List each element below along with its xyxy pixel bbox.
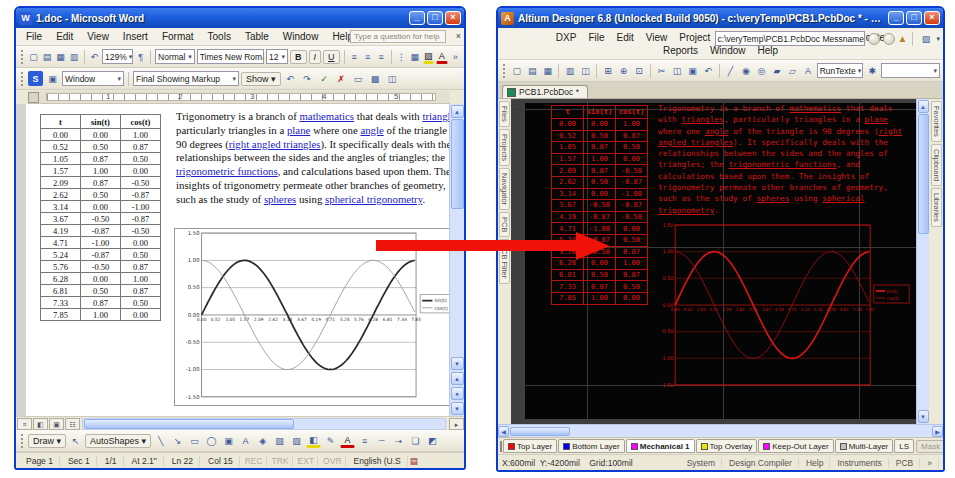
tab-pcb1-pcbdoc[interactable]: PCB1.PcbDoc * [502, 85, 588, 98]
menu-project[interactable]: Project [673, 31, 716, 44]
hyperlink[interactable]: triangles [422, 110, 449, 122]
threed-style-icon[interactable]: ◩ [425, 433, 440, 448]
menubar-close-icon[interactable]: × [456, 31, 461, 41]
place-via-icon[interactable]: ◎ [755, 63, 769, 78]
menu-format[interactable]: Format [156, 30, 200, 43]
altium-titlebar[interactable]: A Altium Designer 6.8 (Unlocked Build 90… [498, 8, 943, 28]
pcb-canvas[interactable]: tsin(t)cos(t)0.000.001.000.520.500.871.0… [511, 99, 916, 424]
new-document-icon[interactable]: ▢ [510, 63, 524, 78]
menu-dxp[interactable]: DXP [550, 31, 583, 44]
open-icon[interactable]: ▤ [41, 49, 53, 64]
hyperlink[interactable]: trigonometric functions [728, 160, 836, 169]
tab-selector-icon[interactable] [28, 92, 39, 103]
font-color-2-icon[interactable]: A [340, 433, 355, 448]
word-horizontal-scrollbar[interactable] [82, 418, 446, 430]
status-button-pcb[interactable]: PCB [890, 458, 920, 468]
blank-select[interactable]: ▾ [881, 63, 940, 78]
print-icon[interactable]: ▥ [563, 63, 577, 78]
underline-button[interactable]: U [323, 50, 340, 64]
forward-button[interactable] [883, 33, 895, 45]
minimize-button[interactable]: _ [888, 11, 904, 25]
hyperlink[interactable]: angle [360, 124, 383, 136]
status-button-design-compiler[interactable]: Design Compiler [723, 458, 799, 468]
rectangle-icon[interactable]: ▭ [187, 433, 202, 448]
menu-insert[interactable]: Insert [117, 30, 154, 43]
word-titlebar[interactable]: W 1.doc - Microsoft Word _ □ × [16, 8, 464, 28]
menu-file[interactable]: File [20, 30, 48, 43]
line-style-icon[interactable]: ≡ [357, 433, 372, 448]
hyperlink[interactable]: mathematics [789, 104, 841, 113]
hyperlink[interactable]: mathematics [299, 110, 354, 122]
print-layout-view-button[interactable]: ▣ [49, 418, 64, 430]
select-objects-icon[interactable]: ↖ [68, 433, 83, 448]
hyperlink[interactable]: right angled triangles [229, 138, 321, 150]
document-path-select[interactable]: c:\veryTemp\PCB1.PcbDoc Messname *▾ [715, 31, 865, 46]
italic-button[interactable]: I [309, 50, 322, 64]
close-button[interactable]: × [924, 11, 940, 25]
place-pad-icon[interactable]: ◉ [739, 63, 753, 78]
copy-icon[interactable]: ◫ [670, 63, 684, 78]
hscroll-right-icon[interactable]: ▸ [449, 418, 464, 430]
new-document-icon[interactable]: ▢ [28, 49, 40, 64]
save-icon[interactable]: ▦ [541, 63, 555, 78]
pcb-sin-cos-chart[interactable]: 1.501.000.500.00-0.50-1.00-1.500.000.521… [651, 221, 911, 393]
word-vertical-scrollbar[interactable]: ▲ ▼ ▲ ● ▼ [449, 104, 464, 416]
panel-tab-files[interactable]: Files [499, 101, 510, 127]
status-button-help[interactable]: Help [800, 458, 830, 468]
dash-style-icon[interactable]: ┄ [374, 433, 389, 448]
outline-view-button[interactable]: ☷ [65, 418, 80, 430]
back-button[interactable] [868, 33, 880, 45]
track-changes-icon[interactable]: ▩ [368, 71, 383, 86]
menu-view[interactable]: View [81, 30, 115, 43]
snagit-frame-icon[interactable]: ▣ [45, 71, 60, 86]
text-box-icon[interactable]: ▣ [221, 433, 236, 448]
hyperlink[interactable]: spherical trigonometry [325, 193, 422, 205]
scroll-right-icon[interactable]: ▶ [932, 426, 943, 437]
align-left-icon[interactable]: ≡ [348, 49, 360, 64]
clip-art-icon[interactable]: ▧ [272, 433, 287, 448]
open-icon[interactable]: ▤ [525, 63, 539, 78]
word-data-table[interactable]: tsin(t)cos(t)0.000.001.000.520.500.871.0… [40, 114, 161, 321]
reject-change-icon[interactable]: ✗ [334, 71, 349, 86]
status-flag-rec[interactable]: REC [242, 456, 267, 466]
autoshapes-menu-button[interactable]: AutoShapes ▾ [85, 434, 151, 448]
previous-change-icon[interactable]: ↶ [283, 71, 298, 86]
web-layout-view-button[interactable]: ◧ [33, 418, 48, 430]
altium-vertical-scrollbar[interactable]: ▲ ▼ [916, 99, 929, 424]
layer-tab-mechanical-1[interactable]: Mechanical 1 [626, 439, 695, 453]
pcb-data-table[interactable]: tsin(t)cos(t)0.000.001.000.520.500.871.0… [551, 105, 648, 305]
fill-color-icon[interactable]: ◧ [306, 433, 321, 448]
line-color-icon[interactable]: ✎ [323, 433, 338, 448]
overflow-chevron-icon[interactable]: » [450, 49, 462, 64]
font-size-select[interactable]: 12▾ [266, 49, 288, 64]
scroll-thumb[interactable] [451, 119, 464, 209]
outside-border-icon[interactable]: ▦ [409, 49, 421, 64]
wordart-icon[interactable]: A [238, 433, 253, 448]
panel-tab-navigator[interactable]: Navigator [499, 168, 510, 210]
horizontal-ruler[interactable]: 12345 [28, 91, 450, 104]
highlight-icon[interactable]: ▧ [423, 49, 435, 64]
align-center-icon[interactable]: ≡ [362, 49, 374, 64]
pcb-paragraph[interactable]: Trigonometry is a branch of mathematics … [658, 103, 910, 216]
zoom-in-icon[interactable]: ⊕ [617, 63, 631, 78]
show-menu-button[interactable]: Show ▾ [241, 72, 281, 86]
customize-icon[interactable]: ▨ [918, 31, 933, 46]
draw-menu-button[interactable]: Draw ▾ [28, 434, 66, 448]
scroll-left-icon[interactable]: ◀ [498, 426, 509, 437]
menu-tools[interactable]: Tools [202, 30, 237, 43]
hscroll-thumb[interactable] [510, 427, 570, 436]
help-question-input[interactable]: Type a question for help [350, 30, 446, 43]
layer-tab-top-overlay[interactable]: Top Overlay [696, 439, 758, 453]
undo-icon[interactable]: ↶ [88, 49, 100, 64]
display-for-review-select[interactable]: Final Showing Markup▾ [133, 71, 239, 86]
minimize-button[interactable]: _ [409, 11, 425, 25]
layer-tab-multi-layer[interactable]: Multi-Layer [835, 439, 894, 453]
snagit-window-select[interactable]: Window▾ [62, 71, 124, 86]
next-change-icon[interactable]: ↷ [300, 71, 315, 86]
insert-picture-icon[interactable]: ▨ [289, 433, 304, 448]
panel-tab-clipboard[interactable]: Clipboard [931, 144, 942, 186]
undo-icon[interactable]: ↶ [701, 63, 715, 78]
align-right-icon[interactable]: ≡ [375, 49, 387, 64]
menu-table[interactable]: Table [239, 30, 275, 43]
next-page-icon[interactable]: ▼ [451, 402, 464, 415]
